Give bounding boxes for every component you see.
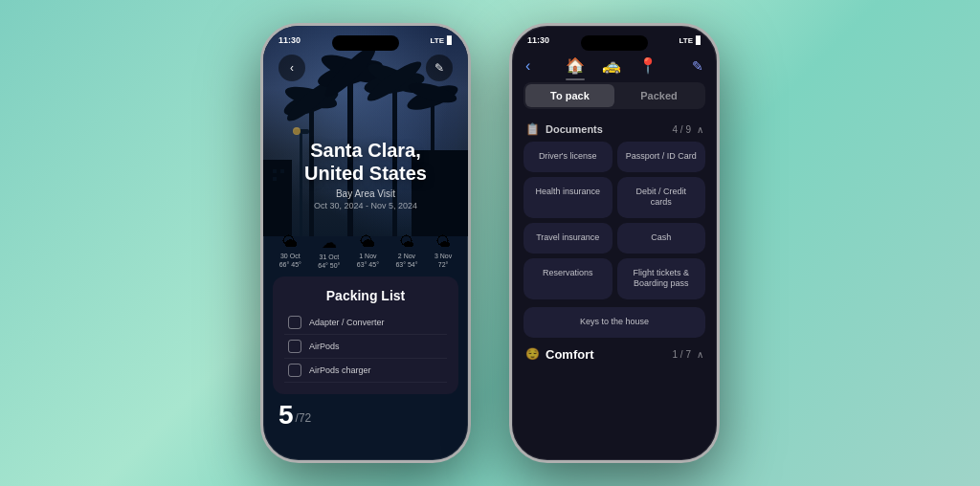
weather-icon-0: 🌥 bbox=[282, 233, 298, 251]
phone-2: 11:30 LTE ▊ ‹ 🏠 🚕 📍 ✎ To pack Packed 📋 D… bbox=[509, 23, 720, 463]
back-button-1[interactable]: ‹ bbox=[278, 55, 305, 81]
documents-items-grid: Driver's license Passport / ID Card Heal… bbox=[512, 142, 717, 303]
phone-1: 11:30 LTE ▊ ‹ ✎ Santa Clara, United Stat… bbox=[260, 23, 471, 463]
weather-strip: 🌥 30 Oct 66° 45° ☁ 31 Oct 64° 50° 🌥 1 No… bbox=[263, 220, 468, 276]
weather-day-4: 🌤 3 Nov 72° bbox=[434, 233, 452, 269]
nav-taxi-icon[interactable]: 🚕 bbox=[602, 56, 621, 75]
phone2-nav: ‹ 🏠 🚕 📍 ✎ bbox=[512, 53, 717, 82]
weather-day-3: 🌤 2 Nov 63° 54° bbox=[395, 233, 417, 269]
tabs: To pack Packed bbox=[523, 82, 705, 109]
weather-date-3: 2 Nov bbox=[398, 253, 415, 259]
edit-button-1[interactable]: ✎ bbox=[426, 55, 453, 81]
tab-to-pack[interactable]: To pack bbox=[525, 84, 614, 107]
documents-header-right: 4 / 9 ∧ bbox=[673, 124, 703, 135]
item-drivers-license[interactable]: Driver's license bbox=[523, 142, 612, 172]
item-reservations[interactable]: Reservations bbox=[523, 258, 612, 299]
checkbox-0[interactable] bbox=[288, 316, 301, 329]
time-1: 11:30 bbox=[278, 35, 301, 45]
item-flight-tickets[interactable]: Flight tickets & Boarding pass bbox=[617, 258, 706, 299]
documents-header-left: 📋 Documents bbox=[525, 122, 603, 136]
comfort-header-left: 😌 Comfort bbox=[525, 347, 594, 362]
signal-1: LTE bbox=[430, 36, 444, 45]
documents-label: Documents bbox=[546, 123, 603, 135]
dynamic-island-1 bbox=[332, 35, 399, 51]
dynamic-island-2 bbox=[581, 35, 648, 51]
item-travel-insurance[interactable]: Travel insurance bbox=[523, 223, 612, 254]
nav-icons: 🏠 🚕 📍 bbox=[566, 56, 657, 75]
nav-home-icon[interactable]: 🏠 bbox=[566, 56, 585, 75]
weather-date-0: 30 Oct bbox=[280, 253, 301, 259]
back-button-2[interactable]: ‹ bbox=[525, 57, 530, 75]
documents-icon: 📋 bbox=[525, 122, 540, 136]
checkbox-1[interactable] bbox=[288, 340, 301, 353]
item-passport[interactable]: Passport / ID Card bbox=[617, 142, 706, 172]
comfort-label: Comfort bbox=[546, 347, 594, 362]
packing-item-0[interactable]: Adapter / Converter bbox=[284, 311, 447, 335]
weather-date-1: 31 Oct bbox=[320, 254, 340, 260]
packing-count-total: /72 bbox=[296, 411, 312, 429]
signal-2: LTE bbox=[679, 36, 693, 45]
weather-temp-2: 63° 45° bbox=[357, 261, 379, 268]
weather-temp-0: 66° 45° bbox=[279, 261, 301, 268]
packing-count: 5 /72 bbox=[263, 394, 468, 429]
item-keys[interactable]: Keys to the house bbox=[523, 307, 705, 338]
weather-day-2: 🌥 1 Nov 63° 45° bbox=[357, 233, 379, 269]
packing-item-1[interactable]: AirPods bbox=[284, 335, 447, 359]
tab-packed[interactable]: Packed bbox=[614, 84, 703, 107]
weather-day-1: ☁ 31 Oct 64° 50° bbox=[318, 233, 340, 269]
documents-chevron: ∧ bbox=[697, 124, 703, 135]
weather-date-2: 1 Nov bbox=[359, 253, 376, 259]
packing-item-label-0: Adapter / Converter bbox=[309, 318, 385, 327]
comfort-header-right: 1 / 7 ∧ bbox=[673, 349, 703, 360]
weather-date-4: 3 Nov bbox=[434, 253, 452, 259]
weather-icon-3: 🌤 bbox=[399, 233, 414, 251]
item-debit-credit[interactable]: Debit / Credit cards bbox=[617, 177, 706, 218]
weather-day-0: 🌥 30 Oct 66° 45° bbox=[279, 233, 301, 269]
documents-count: 4 / 9 bbox=[673, 124, 691, 135]
city-name: Santa Clara, United States bbox=[278, 139, 453, 185]
hero-content: Santa Clara, United States Bay Area Visi… bbox=[263, 81, 468, 210]
status-right-1: LTE ▊ bbox=[430, 36, 453, 45]
packing-title: Packing List bbox=[284, 288, 447, 303]
checkbox-2[interactable] bbox=[288, 364, 301, 377]
weather-temp-3: 63° 54° bbox=[395, 261, 417, 268]
back-icon-1: ‹ bbox=[290, 61, 294, 75]
weather-icon-2: 🌥 bbox=[360, 233, 375, 251]
weather-temp-1: 64° 50° bbox=[318, 262, 340, 269]
comfort-section-header[interactable]: 😌 Comfort 1 / 7 ∧ bbox=[512, 342, 717, 365]
packing-item-label-2: AirPods charger bbox=[309, 365, 371, 375]
packing-section: Packing List Adapter / Converter AirPods… bbox=[273, 276, 458, 394]
nav-edit-button[interactable]: ✎ bbox=[692, 58, 703, 74]
comfort-count: 1 / 7 bbox=[673, 349, 691, 360]
weather-icon-1: ☁ bbox=[322, 233, 337, 252]
keys-row: Keys to the house bbox=[512, 303, 717, 342]
weather-icon-4: 🌤 bbox=[435, 233, 451, 251]
comfort-icon: 😌 bbox=[525, 347, 540, 361]
trip-name: Bay Area Visit bbox=[278, 188, 453, 199]
item-health-insurance[interactable]: Health insurance bbox=[523, 177, 612, 218]
packing-count-num: 5 bbox=[278, 402, 294, 429]
item-cash[interactable]: Cash bbox=[617, 223, 706, 254]
documents-section-header[interactable]: 📋 Documents 4 / 9 ∧ bbox=[512, 117, 717, 142]
phone1-header: ‹ ✎ bbox=[263, 55, 468, 81]
nav-location-icon[interactable]: 📍 bbox=[638, 56, 657, 75]
status-right-2: LTE ▊ bbox=[679, 36, 702, 45]
comfort-chevron: ∧ bbox=[697, 349, 703, 360]
weather-temp-4: 72° bbox=[438, 261, 449, 268]
packing-item-2[interactable]: AirPods charger bbox=[284, 359, 447, 383]
trip-dates: Oct 30, 2024 - Nov 5, 2024 bbox=[278, 201, 453, 210]
time-2: 11:30 bbox=[527, 35, 549, 45]
edit-icon-1: ✎ bbox=[434, 61, 444, 75]
battery-icon-2: ▊ bbox=[696, 36, 702, 45]
packing-item-label-1: AirPods bbox=[309, 342, 340, 351]
battery-icon-1: ▊ bbox=[447, 36, 453, 45]
